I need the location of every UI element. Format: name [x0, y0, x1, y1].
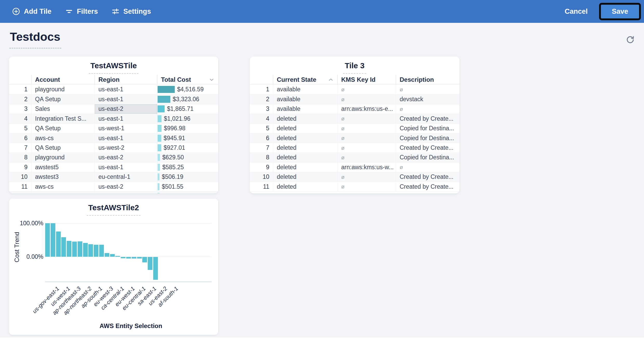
cell-region[interactable]: us-east-1	[95, 133, 157, 143]
cell-description[interactable]: devstack	[396, 94, 459, 104]
cell-region[interactable]: us-east-1	[95, 94, 157, 104]
cell-description[interactable]: Copied for Destina...	[396, 133, 459, 143]
cell-current-state[interactable]: deleted	[273, 153, 337, 162]
cell-total-cost[interactable]: $3,323.06	[157, 94, 218, 104]
cell-account[interactable]: awstest5	[31, 162, 95, 172]
table-row[interactable]: 2QA Setupus-east-1$3,323.06	[9, 94, 218, 104]
tile-tile3[interactable]: Tile 3 Current State KMS Key Id Descript…	[250, 57, 459, 193]
cell-kms-key-id[interactable]: ø	[337, 153, 396, 162]
table-row[interactable]: 7deletedøCreated by Create...	[250, 143, 459, 152]
cell-region[interactable]: us-east-1	[95, 162, 157, 172]
cell-total-cost[interactable]: $4,516.59	[157, 85, 218, 94]
cell-total-cost[interactable]: $945.91	[157, 133, 218, 143]
cell-region-selected[interactable]: us-east-2	[95, 104, 157, 114]
add-tile-button[interactable]: Add Tile	[12, 7, 51, 16]
table-row[interactable]: 11aws-csus-east-2$501.55	[9, 182, 218, 191]
column-header-kms-key-id[interactable]: KMS Key Id	[337, 75, 396, 84]
cell-description[interactable]: Copied for Destina...	[396, 124, 459, 133]
settings-button[interactable]: Settings	[111, 7, 151, 16]
cell-kms-key-id[interactable]: ø	[337, 85, 396, 94]
cell-kms-key-id[interactable]: arn:aws:kms:us-w...	[337, 162, 396, 172]
table-row[interactable]: 6aws-csus-east-1$945.91	[9, 133, 218, 143]
cell-description[interactable]: ø	[396, 162, 459, 172]
table-row[interactable]: 10deletedøCreated by Create...	[250, 172, 459, 182]
cell-description[interactable]: Created by Create...	[396, 114, 459, 123]
cell-current-state[interactable]: deleted	[273, 114, 337, 123]
cell-account[interactable]: aws-cs	[31, 133, 95, 143]
table-row[interactable]: 3Salesus-east-2$1,865.71	[9, 104, 218, 114]
cell-total-cost[interactable]: $996.98	[157, 124, 218, 133]
cell-total-cost[interactable]: $501.55	[157, 182, 218, 191]
cell-account[interactable]: QA Setup	[31, 124, 95, 133]
table-row[interactable]: 5QA Setupus-west-1$996.98	[9, 124, 218, 133]
cell-region[interactable]: us-east-2	[95, 153, 157, 162]
table-row[interactable]: 5deletedøCopied for Destina...	[250, 124, 459, 133]
table-row[interactable]: 4deletedøCreated by Create...	[250, 114, 459, 123]
column-header-account[interactable]: Account	[31, 75, 95, 84]
column-header-current-state[interactable]: Current State	[273, 75, 337, 84]
table-row[interactable]: 1playgroundus-east-1$4,516.59	[9, 85, 218, 94]
cell-current-state[interactable]: deleted	[273, 133, 337, 143]
table-row[interactable]: 10awstest3eu-central-1$506.19	[9, 172, 218, 182]
refresh-icon[interactable]	[626, 35, 635, 44]
cell-current-state[interactable]: deleted	[273, 143, 337, 152]
cell-current-state[interactable]: deleted	[273, 124, 337, 133]
cell-region[interactable]: us-west-1	[95, 124, 157, 133]
tile-testawstile[interactable]: TestAWSTile Account Region Total Cost 1p…	[9, 57, 218, 193]
save-button[interactable]: Save	[601, 5, 639, 18]
cell-description[interactable]: Created by Create...	[396, 182, 459, 191]
cell-kms-key-id[interactable]: ø	[337, 172, 396, 182]
column-header-total-cost[interactable]: Total Cost	[157, 75, 218, 84]
table-row[interactable]: 4Integration Test S...us-east-1$1,021.96	[9, 114, 218, 123]
column-header-description[interactable]: Description	[396, 75, 459, 84]
cell-kms-key-id[interactable]: ø	[337, 133, 396, 143]
cell-total-cost[interactable]: $585.25	[157, 162, 218, 172]
table-row[interactable]: 7QA Setupus-west-2$927.01	[9, 143, 218, 152]
cell-region[interactable]: eu-central-1	[95, 172, 157, 182]
cell-description[interactable]: Created by Create...	[396, 172, 459, 182]
cell-current-state[interactable]: deleted	[273, 162, 337, 172]
cell-total-cost[interactable]: $927.01	[157, 143, 218, 152]
cell-total-cost[interactable]: $506.19	[157, 172, 218, 182]
cell-account[interactable]: playground	[31, 153, 95, 162]
table-row[interactable]: 1availableøø	[250, 85, 459, 94]
cell-account[interactable]: QA Setup	[31, 94, 95, 104]
cell-region[interactable]: us-east-2	[95, 182, 157, 191]
cell-account[interactable]: playground	[31, 85, 95, 94]
cell-region[interactable]: us-east-1	[95, 85, 157, 94]
table-row[interactable]: 8deletedøCopied for Destina...	[250, 153, 459, 162]
table-row[interactable]: 9awstest5us-east-1$585.25	[9, 162, 218, 172]
cell-kms-key-id[interactable]: ø	[337, 124, 396, 133]
table-row[interactable]: 3availablearn:aws:kms:us-e...ø	[250, 104, 459, 114]
cell-total-cost[interactable]: $1,865.71	[157, 104, 218, 114]
column-header-region[interactable]: Region	[95, 75, 157, 84]
cell-kms-key-id[interactable]: ø	[337, 182, 396, 191]
cell-kms-key-id[interactable]: arn:aws:kms:us-e...	[337, 104, 396, 114]
cancel-button[interactable]: Cancel	[565, 8, 588, 16]
cell-total-cost[interactable]: $629.50	[157, 153, 218, 162]
cell-current-state[interactable]: available	[273, 85, 337, 94]
table-row[interactable]: 2availableødevstack	[250, 94, 459, 104]
table-row[interactable]: 11deletedøCreated by Create...	[250, 182, 459, 191]
cell-kms-key-id[interactable]: ø	[337, 143, 396, 152]
filters-button[interactable]: Filters	[65, 7, 98, 16]
cell-description[interactable]: Copied for Destina...	[396, 153, 459, 162]
cell-account[interactable]: QA Setup	[31, 143, 95, 152]
cell-current-state[interactable]: available	[273, 104, 337, 114]
table-row[interactable]: 8playgroundus-east-2$629.50	[9, 153, 218, 162]
cell-account[interactable]: awstest3	[31, 172, 95, 182]
cell-description[interactable]: ø	[396, 104, 459, 114]
cell-current-state[interactable]: deleted	[273, 182, 337, 191]
table-row[interactable]: 6deletedøCopied for Destina...	[250, 133, 459, 143]
cell-kms-key-id[interactable]: ø	[337, 114, 396, 123]
table-row[interactable]: 9deletedarn:aws:kms:us-w...ø	[250, 162, 459, 172]
cell-total-cost[interactable]: $1,021.96	[157, 114, 218, 123]
cell-description[interactable]: Created by Create...	[396, 143, 459, 152]
cell-account[interactable]: Integration Test S...	[31, 114, 95, 123]
tile-testawstile2-chart[interactable]: TestAWSTile2 100.00% 0.00% Cost Trend AW…	[9, 199, 218, 335]
cell-account[interactable]: aws-cs	[31, 182, 95, 191]
cell-region[interactable]: us-west-2	[95, 143, 157, 152]
cell-description[interactable]: ø	[396, 85, 459, 94]
cell-kms-key-id[interactable]: ø	[337, 94, 396, 104]
cell-region[interactable]: us-east-1	[95, 114, 157, 123]
